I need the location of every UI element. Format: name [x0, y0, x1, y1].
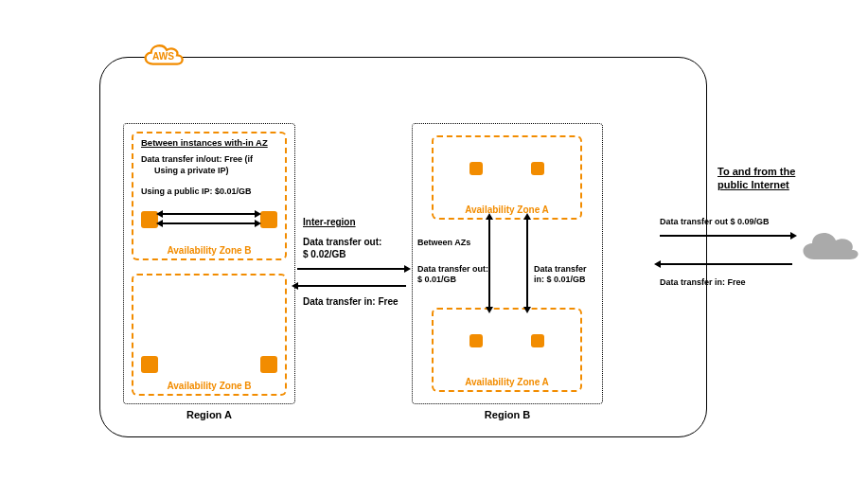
internet-title: To and from the public Internet: [717, 166, 795, 192]
region-b: Region B Availability Zone A Availabilit…: [412, 123, 603, 404]
aws-logo-icon: AWS: [137, 38, 189, 71]
within-az-line2: Using a private IP): [154, 166, 229, 176]
instance-icon: [141, 356, 158, 373]
region-a-az-1: Between instances with-in AZ Data transf…: [132, 132, 287, 260]
instance-icon: [469, 162, 483, 175]
inter-region-title: Inter-region: [303, 217, 356, 229]
internet-out: Data transfer out $ 0.09/GB: [660, 217, 770, 227]
region-a: Region A Between instances with-in AZ Da…: [123, 123, 295, 404]
inter-region-arrow-out: [297, 268, 406, 270]
within-az-arrow-bottom: [162, 222, 257, 224]
inter-region-in: Data transfer in: Free: [303, 296, 399, 309]
instance-icon: [531, 334, 544, 347]
region-b-label: Region B: [413, 409, 602, 420]
instance-icon: [260, 356, 277, 373]
instance-icon: [260, 211, 277, 228]
az-label: Availability Zone B: [133, 381, 285, 391]
internet-in: Data transfer in: Free: [660, 277, 746, 288]
within-az-line3: Using a public IP: $0.01/GB: [141, 187, 252, 197]
instance-icon: [469, 334, 483, 347]
region-b-az-2: Availability Zone A: [432, 308, 582, 392]
within-az-arrow-top: [162, 213, 257, 215]
internet-arrow-in: [660, 263, 792, 265]
az-label: Availability Zone A: [434, 205, 580, 215]
internet-cloud-icon: [793, 222, 859, 271]
inter-region-arrow-in: [297, 285, 406, 287]
within-az-title: Between instances with-in AZ: [141, 137, 283, 149]
between-az-title: Between AZs: [417, 238, 470, 248]
az-label: Availability Zone A: [434, 377, 580, 387]
region-a-az-2: Availability Zone B: [132, 274, 287, 396]
between-az-arrow-in: [526, 219, 528, 309]
within-az-line1: Data transfer in/out: Free (if: [141, 154, 283, 165]
internet-arrow-out: [660, 235, 792, 237]
between-az-out: Data transfer out: $ 0.01/GB: [417, 264, 488, 286]
aws-label: AWS: [152, 51, 174, 62]
between-az-arrow-out: [488, 219, 490, 309]
region-b-az-1: Availability Zone A: [432, 135, 582, 220]
region-a-label: Region A: [124, 409, 294, 420]
instance-icon: [531, 162, 544, 175]
between-az-in: Data transfer in: $ 0.01/GB: [534, 264, 600, 286]
az-label: Availability Zone B: [133, 245, 285, 256]
inter-region-out: Data transfer out: $ 0.02/GB: [303, 237, 381, 260]
